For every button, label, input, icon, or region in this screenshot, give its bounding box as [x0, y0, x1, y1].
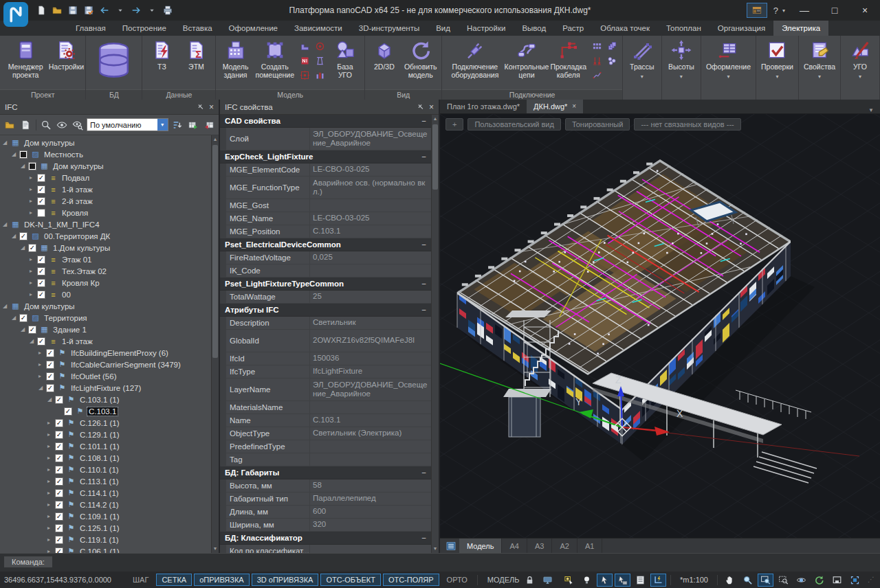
property-row[interactable]: NameC.103.1: [220, 414, 431, 427]
ribbon-small-button[interactable]: [315, 56, 325, 66]
command-line[interactable]: Команда:: [0, 553, 880, 572]
property-row[interactable]: FireRatedVoltage0,025: [220, 251, 431, 264]
property-row[interactable]: MGE_ElementCodeLE-CBO-03-025: [220, 163, 431, 177]
eye-button[interactable]: [55, 118, 68, 132]
expand-icon[interactable]: ▸: [47, 455, 55, 461]
ribbon-tab[interactable]: 3D-инструменты: [351, 21, 428, 36]
ribbon-button[interactable]: 2D/3D: [367, 37, 402, 71]
collapse-icon[interactable]: ◢: [3, 303, 10, 309]
ribbon-button[interactable]: Настройки: [49, 37, 83, 71]
tree-item[interactable]: ▸✓⚑C.106.1 (1): [0, 545, 211, 553]
property-row[interactable]: MGE_NameLE-CBO-03-025: [220, 212, 431, 225]
property-row[interactable]: Габаритный типПараллелепипед: [220, 493, 431, 506]
ribbon-tab[interactable]: Организация: [710, 21, 773, 36]
property-row[interactable]: IfcId150036: [220, 352, 431, 365]
expand-icon[interactable]: ▸: [47, 513, 55, 519]
property-section-header[interactable]: Атрибуты IFC−: [220, 304, 431, 317]
property-row[interactable]: IK_Code: [220, 264, 431, 278]
display-icon[interactable]: [540, 574, 556, 587]
expand-icon[interactable]: ▸: [30, 198, 37, 204]
tree-item[interactable]: ▸✓⚑C.119.1 (1): [0, 534, 211, 545]
status-toggle[interactable]: ОТС-ПОЛЯР: [383, 574, 439, 586]
checkbox[interactable]: ✓: [37, 174, 45, 182]
checkbox[interactable]: ✓: [55, 512, 63, 521]
property-section-header[interactable]: Pset_ElectricalDeviceCommon−: [220, 238, 431, 251]
property-row[interactable]: TotalWattage25: [220, 291, 431, 304]
property-section-header[interactable]: БД: Классификатор−: [220, 532, 431, 545]
expand-icon[interactable]: ▸: [38, 373, 46, 379]
qa-save-all-button[interactable]: [82, 3, 96, 17]
tree-item[interactable]: ◢▦Дом культуры: [0, 160, 211, 172]
ribbon-small-button[interactable]: [315, 70, 325, 80]
fullscreen-button[interactable]: [847, 574, 863, 587]
light-select-button[interactable]: [561, 574, 577, 587]
tree-item[interactable]: ◢✓▨Территория: [0, 312, 211, 324]
regen-button[interactable]: [811, 574, 827, 587]
tree-item[interactable]: ▸✓⚑C.125.1 (1): [0, 522, 211, 534]
lightbulb-button[interactable]: [579, 574, 595, 587]
status-toggle[interactable]: ШАГ: [127, 574, 154, 586]
collapse-icon[interactable]: ◢: [12, 151, 19, 157]
property-row[interactable]: СлойЭЛ_ОБОРУДОВАНИЕ_Освещение_Аварийное: [220, 128, 431, 150]
property-section-header[interactable]: Pset_LightFixtureTypeCommon−: [220, 278, 431, 291]
property-section-header[interactable]: CAD свойства−: [220, 115, 431, 128]
ribbon-small-button[interactable]: [592, 56, 602, 66]
checkbox[interactable]: ✓: [46, 349, 54, 357]
expand-icon[interactable]: ▸: [47, 525, 55, 531]
scrollbar-thumb[interactable]: [432, 124, 438, 190]
qa-new-file-button[interactable]: [34, 3, 48, 17]
tree-item[interactable]: ▸✓≡00: [0, 289, 211, 300]
close-tab-icon[interactable]: ×: [572, 100, 576, 113]
checkbox[interactable]: ✓: [46, 361, 54, 369]
tree-item[interactable]: ◢✓▦1.Дом культуры: [0, 242, 211, 253]
viewport-control-button[interactable]: +: [446, 118, 463, 131]
collapse-section-icon[interactable]: −: [421, 534, 426, 542]
chevron-down-icon[interactable]: ▼: [157, 119, 168, 131]
expand-icon[interactable]: ▸: [47, 431, 55, 438]
ribbon-button[interactable]: Прокладка кабеля: [548, 37, 589, 79]
ribbon-button[interactable]: Создать помещение: [253, 37, 297, 79]
pin-icon[interactable]: [196, 103, 204, 111]
expand-icon[interactable]: ▸: [47, 501, 55, 508]
status-toggle[interactable]: оПРИВЯЗКА: [194, 574, 250, 586]
tree-item[interactable]: ◢▦Дом культуры: [0, 300, 211, 312]
ribbon-tab[interactable]: Вывод: [514, 21, 554, 36]
3d-viewport[interactable]: Y X Z: [440, 114, 880, 538]
property-section-header[interactable]: ExpCheck_LightFixture−: [220, 150, 431, 163]
collapse-icon[interactable]: ◢: [21, 245, 28, 251]
expand-icon[interactable]: ▸: [47, 490, 55, 496]
ribbon-small-button[interactable]: [300, 70, 310, 80]
checkbox[interactable]: ✓: [46, 384, 54, 392]
checkbox[interactable]: ✓: [37, 256, 45, 264]
property-row[interactable]: MGE_PositionC.103.1: [220, 225, 431, 238]
zoom-region-button[interactable]: [776, 574, 791, 587]
command-prompt[interactable]: Команда:: [4, 556, 52, 567]
tree-item[interactable]: ▸✓≡Кровля Кр: [0, 277, 211, 289]
nanocad-logo-icon[interactable]: [3, 2, 28, 27]
collapse-section-icon[interactable]: −: [421, 306, 426, 314]
sort-button[interactable]: [171, 118, 184, 132]
ribbon-tab[interactable]: Настройки: [459, 21, 514, 36]
ribbon-small-button[interactable]: [300, 56, 310, 66]
property-row[interactable]: MGE_FunctionTypeАварийное осв. (нормальн…: [220, 177, 431, 199]
qa-print-button[interactable]: [161, 3, 175, 17]
zoom-window-button[interactable]: [758, 574, 773, 587]
checkbox[interactable]: ✓: [55, 524, 63, 532]
tree-item[interactable]: ◢▦DK-N_1_КМ_П_IFC4: [0, 218, 211, 230]
cursor-button[interactable]: [597, 574, 613, 587]
tree-item[interactable]: ◢▦Дом культуры: [0, 137, 211, 148]
pan-hand-button[interactable]: [722, 574, 738, 587]
property-row[interactable]: Длина, мм600: [220, 506, 431, 519]
collapse-section-icon[interactable]: −: [421, 468, 426, 477]
ribbon-tab[interactable]: Вставка: [175, 21, 221, 36]
checkbox[interactable]: ✓: [55, 431, 63, 439]
properties-scrollbar[interactable]: ▲ ▼: [431, 115, 439, 553]
tree-item[interactable]: ▸✓⚑C.101.1 (1): [0, 440, 211, 452]
checkbox[interactable]: ✓: [28, 244, 36, 252]
maximize-button[interactable]: □: [820, 0, 850, 21]
checkbox[interactable]: ✓: [55, 477, 63, 486]
close-button[interactable]: ×: [850, 0, 880, 21]
collapse-icon[interactable]: ◢: [21, 326, 28, 332]
checkbox[interactable]: ✓: [55, 454, 63, 462]
property-row[interactable]: PredefinedType: [220, 440, 431, 453]
